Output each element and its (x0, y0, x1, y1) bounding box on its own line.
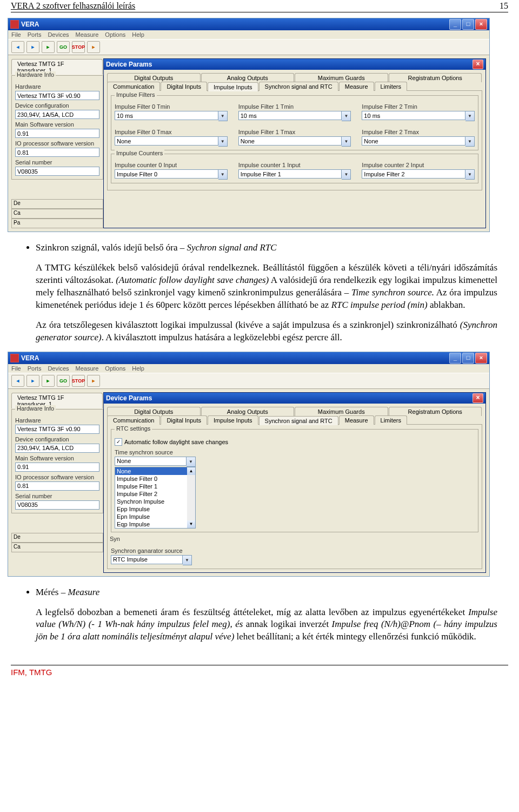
chevron-down-icon[interactable]: ▼ (187, 457, 196, 467)
tab-measure[interactable]: Measure (339, 82, 374, 91)
chevron-down-icon[interactable]: ▼ (465, 136, 475, 147)
list-item[interactable]: Impulse Filter 2 (115, 490, 187, 498)
label-io-sw: IO processor software version (15, 140, 99, 147)
impulse-counters-group: Impulse Counters Impulse counter 0 Input… (111, 154, 478, 183)
list-item[interactable]: Synchron Impulse (115, 498, 187, 505)
tool-play[interactable]: ► (42, 375, 55, 387)
combo-if2-tmin[interactable]: 10 ms▼ (362, 111, 475, 121)
combo-time-synchron[interactable]: None▼ (115, 457, 196, 467)
tool-go[interactable]: GO (57, 41, 70, 53)
tab-communication[interactable]: Communication (107, 415, 160, 425)
tool-next[interactable]: ► (87, 41, 100, 53)
tab-digital-outputs[interactable]: Digital Outputs (107, 73, 201, 82)
close-button[interactable]: × (475, 19, 487, 30)
chevron-down-icon[interactable]: ▼ (187, 520, 195, 528)
tool-next[interactable]: ► (87, 375, 100, 387)
lbl-if2-tmax: Impulse Filter 2 Tmax (362, 129, 475, 135)
combo-if2-tmax[interactable]: None▼ (362, 136, 475, 147)
side-button-de[interactable]: De (11, 199, 103, 209)
chevron-down-icon[interactable]: ▼ (218, 169, 228, 180)
app-icon (10, 354, 19, 362)
tab-communication[interactable]: Communication (107, 82, 160, 91)
list-item[interactable]: Epp Impulse (115, 505, 187, 513)
tab-analog-outputs[interactable]: Analog Outputs (201, 73, 295, 82)
menu-measure[interactable]: Measure (76, 365, 99, 372)
tool-back[interactable]: ◄ (11, 375, 24, 387)
chevron-down-icon[interactable]: ▼ (218, 111, 228, 121)
chevron-down-icon[interactable]: ▼ (342, 136, 351, 147)
tool-go[interactable]: GO (57, 375, 70, 387)
combo-if1-tmin[interactable]: 10 ms▼ (238, 111, 351, 121)
menu-file[interactable]: File (11, 31, 21, 38)
maximize-button[interactable]: □ (462, 19, 474, 30)
chevron-down-icon[interactable]: ▼ (342, 111, 351, 121)
tab-maximum-guards[interactable]: Maximum Guards (295, 407, 388, 416)
menu-ports[interactable]: Ports (28, 365, 42, 372)
tab-registratum[interactable]: Registratum Options (389, 73, 482, 82)
tab-maximum-guards[interactable]: Maximum Guards (295, 73, 388, 82)
list-item[interactable]: Impulse Filter 1 (115, 483, 187, 490)
dialog-close-button[interactable]: × (473, 60, 483, 69)
tab-limiters[interactable]: Limiters (375, 82, 408, 91)
tool-stop[interactable]: STOP (72, 41, 85, 53)
tab-measure[interactable]: Measure (339, 415, 374, 425)
tab-impulse-inputs[interactable]: Impulse Inputs (208, 82, 258, 91)
list-item[interactable]: Impulse Filter 0 (115, 475, 187, 483)
tab-synchron[interactable]: Synchron signal and RTC (259, 416, 338, 425)
side-button-ca[interactable]: Ca (11, 543, 103, 552)
menu-help[interactable]: Help (132, 365, 144, 372)
chevron-down-icon[interactable]: ▼ (342, 169, 351, 180)
auto-dst-checkbox[interactable]: ✓ Automatic follow daylight save changes (115, 438, 475, 446)
label-serial: Serial number (15, 159, 99, 166)
side-button-pa[interactable]: Pa (11, 219, 103, 228)
chevron-down-icon[interactable]: ▼ (465, 169, 475, 180)
hardware-info-title: Hardware Info (15, 71, 56, 78)
label-device-config: Device configuration (15, 436, 99, 443)
tab-limiters[interactable]: Limiters (375, 415, 408, 425)
chevron-up-icon[interactable]: ▲ (187, 467, 195, 475)
maximize-button[interactable]: □ (462, 353, 474, 364)
tool-stop[interactable]: STOP (72, 375, 85, 387)
chevron-down-icon[interactable]: ▼ (183, 555, 192, 565)
menu-help[interactable]: Help (132, 31, 144, 38)
minimize-button[interactable]: _ (449, 353, 461, 364)
menu-devices[interactable]: Devices (48, 365, 69, 372)
combo-synchron-generator[interactable]: RTC Impulse▼ (111, 555, 192, 565)
list-item[interactable]: Eqp Impulse (115, 520, 187, 528)
tab-digital-outputs[interactable]: Digital Outputs (107, 407, 201, 416)
minimize-button[interactable]: _ (449, 19, 461, 30)
combo-ic1[interactable]: Impulse Filter 1▼ (238, 169, 351, 180)
dialog-close-button[interactable]: × (473, 393, 483, 403)
tool-fwd[interactable]: ► (26, 375, 39, 387)
list-item[interactable]: None (115, 467, 187, 475)
combo-if0-tmax[interactable]: None▼ (115, 136, 228, 147)
menu-options[interactable]: Options (105, 31, 125, 38)
combo-if1-tmax[interactable]: None▼ (238, 136, 351, 147)
menu-devices[interactable]: Devices (48, 31, 69, 38)
field-device-config: 230,94V, 1A/5A, LCD (15, 444, 99, 453)
menu-measure[interactable]: Measure (76, 31, 99, 38)
menu-options[interactable]: Options (105, 365, 125, 372)
tab-registratum[interactable]: Registratum Options (389, 407, 482, 416)
tool-back[interactable]: ◄ (11, 41, 24, 53)
tab-digital-inputs[interactable]: Digital Inputs (161, 82, 207, 91)
side-button-de[interactable]: De (11, 533, 103, 543)
menu-ports[interactable]: Ports (28, 31, 42, 38)
tool-play[interactable]: ► (42, 41, 55, 53)
tab-analog-outputs[interactable]: Analog Outputs (201, 407, 295, 416)
side-button-ca[interactable]: Ca (11, 209, 103, 219)
tab-impulse-inputs[interactable]: Impulse Inputs (208, 415, 258, 425)
combo-ic2[interactable]: Impulse Filter 2▼ (362, 169, 475, 180)
menu-file[interactable]: File (11, 365, 21, 372)
scrollbar[interactable]: ▲ ▼ (187, 467, 196, 529)
tab-synchron[interactable]: Synchron signal and RTC (259, 82, 338, 91)
tab-digital-inputs[interactable]: Digital Inputs (161, 415, 207, 425)
list-item[interactable]: Epn Impulse (115, 513, 187, 520)
close-button[interactable]: × (475, 353, 487, 364)
combo-ic0[interactable]: Impulse Filter 0▼ (115, 169, 228, 180)
combo-if0-tmin[interactable]: 10 ms▼ (115, 111, 228, 121)
tool-fwd[interactable]: ► (26, 41, 39, 53)
chevron-down-icon[interactable]: ▼ (465, 111, 475, 121)
time-synchron-listbox[interactable]: None Impulse Filter 0 Impulse Filter 1 I… (115, 467, 196, 529)
chevron-down-icon[interactable]: ▼ (218, 136, 228, 147)
